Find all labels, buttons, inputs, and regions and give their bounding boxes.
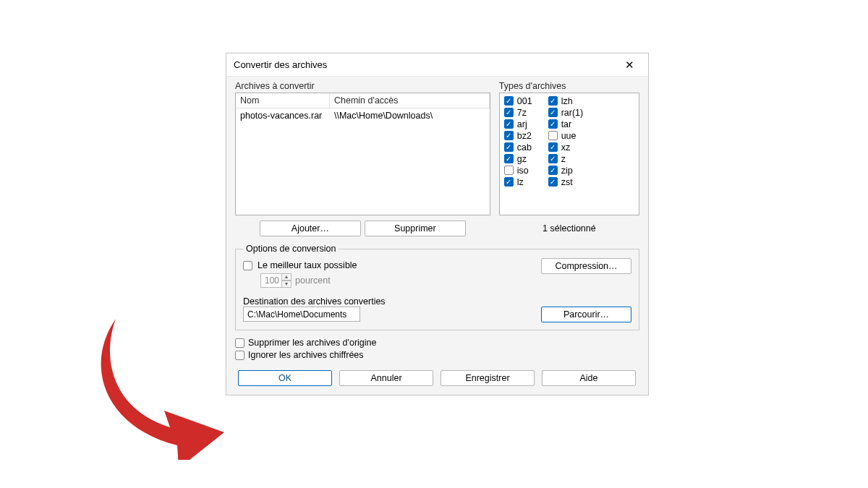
dialog-title: Convertir des archives	[234, 59, 613, 70]
checkbox-icon[interactable]	[504, 177, 514, 187]
types-label: Types d'archives	[499, 81, 639, 91]
archive-type-7z[interactable]: 7z	[504, 107, 532, 118]
checkbox-icon[interactable]	[504, 119, 514, 129]
browse-button[interactable]: Parcourir…	[541, 307, 631, 322]
archive-type-arj[interactable]: arj	[504, 119, 532, 129]
titlebar: Convertir des archives ✕	[226, 53, 648, 77]
checkbox-icon[interactable]	[548, 96, 558, 106]
cell-name: photos-vacances.rar	[236, 108, 330, 123]
archive-type-zip[interactable]: zip	[548, 165, 584, 176]
best-rate-label: Le meilleur taux possible	[258, 260, 357, 270]
archive-type-rar(1)[interactable]: rar(1)	[548, 107, 584, 118]
archive-type-label: tar	[561, 119, 572, 129]
table-row[interactable]: photos-vacances.rar\\Mac\Home\Downloads\	[236, 108, 490, 123]
percent-spinner[interactable]: ▲ ▼	[260, 273, 292, 288]
cell-path: \\Mac\Home\Downloads\	[330, 108, 490, 123]
archive-type-xz[interactable]: xz	[548, 142, 584, 153]
conversion-options-group: Options de conversion Le meilleur taux p…	[235, 244, 639, 330]
archive-type-lzh[interactable]: lzh	[548, 95, 584, 106]
checkbox-icon[interactable]	[504, 166, 514, 175]
add-button[interactable]: Ajouter…	[260, 221, 361, 236]
checkbox-icon[interactable]	[504, 131, 514, 140]
close-button[interactable]: ✕	[613, 54, 645, 76]
column-name[interactable]: Nom	[236, 93, 330, 108]
archive-type-uue[interactable]: uue	[548, 130, 584, 141]
best-rate-checkbox[interactable]	[243, 261, 252, 270]
archives-list-header: Nom Chemin d'accès	[236, 93, 490, 108]
archive-type-label: 001	[517, 96, 532, 106]
checkbox-icon[interactable]	[548, 166, 558, 175]
help-button[interactable]: Aide	[542, 370, 636, 386]
percent-unit: pourcent	[295, 275, 331, 286]
checkbox-icon[interactable]	[548, 177, 558, 187]
save-button[interactable]: Enregistrer	[441, 370, 535, 386]
archive-type-label: lzh	[561, 96, 573, 106]
archive-type-cab[interactable]: cab	[504, 142, 532, 153]
checkbox-icon[interactable]	[504, 108, 514, 117]
archive-type-tar[interactable]: tar	[548, 119, 584, 129]
types-list: 0017zarjbz2cabgzisolz lzhrar(1)taruuexzz…	[499, 93, 639, 215]
checkbox-icon[interactable]	[548, 131, 558, 140]
close-icon: ✕	[625, 59, 634, 72]
destination-label: Destination des archives converties	[243, 296, 541, 307]
archive-type-label: bz2	[517, 131, 532, 141]
archive-type-label: z	[561, 154, 566, 164]
pointer-arrow-annotation	[98, 308, 242, 460]
delete-original-label: Supprimer les archives d'origine	[248, 338, 376, 348]
column-path[interactable]: Chemin d'accès	[330, 93, 490, 108]
spinner-up-icon[interactable]: ▲	[281, 273, 292, 281]
archive-type-z[interactable]: z	[548, 153, 584, 164]
cancel-button[interactable]: Annuler	[339, 370, 433, 386]
archives-label: Archives à convertir	[235, 81, 490, 91]
archive-type-iso[interactable]: iso	[504, 165, 532, 176]
remove-button[interactable]: Supprimer	[365, 221, 466, 236]
archive-type-label: gz	[517, 154, 527, 164]
ok-button[interactable]: OK	[238, 370, 332, 386]
options-legend: Options de conversion	[243, 244, 339, 254]
spinner-down-icon[interactable]: ▼	[281, 281, 292, 288]
archive-type-label: arj	[517, 119, 527, 129]
archive-type-label: xz	[561, 142, 571, 153]
convert-archives-dialog: Convertir des archives ✕ Archives à conv…	[226, 53, 649, 395]
ignore-encrypted-label: Ignorer les archives chiffrées	[248, 350, 364, 360]
archive-type-label: rar(1)	[561, 108, 584, 118]
archives-list[interactable]: Nom Chemin d'accès photos-vacances.rar\\…	[235, 93, 490, 215]
archive-type-label: 7z	[517, 108, 527, 118]
checkbox-icon[interactable]	[548, 108, 558, 117]
checkbox-icon[interactable]	[548, 119, 558, 129]
checkbox-icon[interactable]	[548, 142, 558, 152]
percent-input[interactable]	[260, 273, 282, 288]
destination-input[interactable]	[243, 307, 360, 322]
compression-button[interactable]: Compression…	[541, 258, 631, 274]
checkbox-icon[interactable]	[548, 154, 558, 163]
archive-type-label: uue	[561, 131, 576, 141]
checkbox-icon[interactable]	[504, 96, 514, 106]
archive-type-label: zip	[561, 166, 573, 176]
archive-type-bz2[interactable]: bz2	[504, 130, 532, 141]
archive-type-label: zst	[561, 177, 573, 187]
archive-type-label: cab	[517, 142, 532, 153]
checkbox-icon[interactable]	[504, 154, 514, 163]
archive-type-gz[interactable]: gz	[504, 153, 532, 164]
archive-type-zst[interactable]: zst	[548, 176, 584, 187]
archive-type-label: lz	[517, 177, 524, 187]
archive-type-lz[interactable]: lz	[504, 176, 532, 187]
archive-type-label: iso	[517, 166, 529, 176]
checkbox-icon[interactable]	[504, 142, 514, 152]
archive-type-001[interactable]: 001	[504, 95, 532, 106]
selection-count: 1 sélectionné	[499, 223, 639, 234]
